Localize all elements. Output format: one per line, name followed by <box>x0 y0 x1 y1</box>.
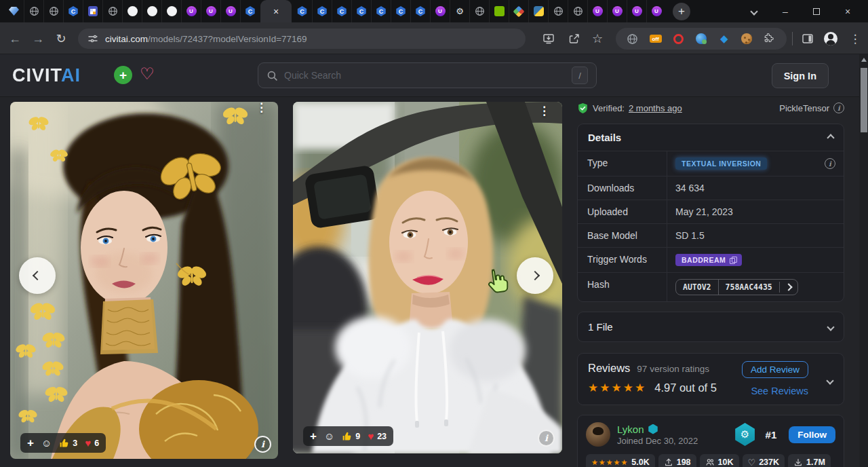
pinned-tab-civitai-icon[interactable]: C <box>292 0 312 22</box>
pinned-tab-civitai-icon[interactable]: C <box>332 0 351 22</box>
carousel-next-button[interactable] <box>517 257 553 294</box>
pinned-tab-civitai-icon[interactable]: C <box>410 0 430 22</box>
gallery-image-center[interactable]: ⋮ + ☺ 9 ♥ 23 i <box>293 102 562 453</box>
pinned-tab-github-icon[interactable] <box>122 0 142 22</box>
bookmark-star-icon[interactable]: ☆ <box>590 31 605 46</box>
restore-button[interactable] <box>811 6 822 17</box>
install-app-icon[interactable] <box>541 31 556 46</box>
hash-value[interactable]: 758AAC4435 <box>718 280 779 295</box>
creator-followers-stat[interactable]: 10K <box>700 454 739 467</box>
extension-vpn-off-icon[interactable]: off <box>649 32 663 45</box>
add-reaction-button[interactable]: + <box>310 430 317 443</box>
pinned-tab-purple-u-icon[interactable]: U <box>430 0 450 22</box>
file-format-info-icon[interactable]: i <box>833 102 844 113</box>
follow-button[interactable]: Follow <box>789 426 835 443</box>
pinned-tab-globe-icon[interactable] <box>568 0 587 22</box>
creator-uploads-stat[interactable]: 198 <box>658 454 696 467</box>
details-header[interactable]: Details <box>578 124 844 151</box>
new-tab-button[interactable]: + <box>673 3 690 20</box>
pinned-tab-purple-u-icon[interactable]: U <box>627 0 646 22</box>
side-panel-icon[interactable] <box>800 31 815 46</box>
creator-name-link[interactable]: Lykon <box>617 424 644 435</box>
copy-icon[interactable] <box>730 257 736 263</box>
profile-avatar-icon[interactable] <box>823 31 838 46</box>
emoji-reaction-icon[interactable]: ☺ <box>324 430 334 442</box>
gallery-image-left[interactable]: ⋮ + ☺ 3 ♥ 6 i <box>10 102 278 459</box>
pinned-tab-civitai-icon[interactable]: C <box>391 0 410 22</box>
scrollbar-thumb[interactable] <box>861 68 867 132</box>
address-bar[interactable]: civitai.com/models/72437?modelVersionId=… <box>78 29 526 49</box>
pinned-tab-calculator-icon[interactable] <box>83 0 102 22</box>
pinned-tab-purple-u-icon[interactable]: U <box>587 0 607 22</box>
pinned-tab-globe-icon[interactable] <box>24 0 43 22</box>
pinned-tab-globe-icon[interactable] <box>102 0 122 22</box>
extension-opera-icon[interactable] <box>671 32 685 45</box>
pinned-tab-purple-u-icon[interactable]: U <box>646 0 666 22</box>
pinned-tab-github-icon[interactable] <box>161 0 181 22</box>
image-menu-kebab-icon[interactable]: ⋮ <box>538 108 550 115</box>
hash-expand-chevron-icon[interactable] <box>779 282 797 293</box>
active-tab[interactable]: × <box>260 0 292 22</box>
files-accordion[interactable]: 1 File <box>577 312 844 342</box>
add-review-button[interactable]: Add Review <box>742 361 808 378</box>
image-info-button[interactable]: i <box>538 430 555 447</box>
image-menu-kebab-icon[interactable]: ⋮ <box>256 105 267 112</box>
hash-algo[interactable]: AUTOV2 <box>676 280 718 295</box>
creator-downloads-stat[interactable]: 1.7M <box>788 454 831 467</box>
emoji-reaction-icon[interactable]: ☺ <box>41 437 52 449</box>
pinned-tab-gem-icon[interactable] <box>4 0 24 22</box>
pinned-tab-multi-diamond-icon[interactable] <box>509 0 528 22</box>
page-scrollbar[interactable] <box>859 54 868 467</box>
type-info-icon[interactable]: i <box>825 158 835 169</box>
add-reaction-button[interactable]: + <box>27 436 34 450</box>
site-info-icon[interactable] <box>87 33 98 44</box>
extension-earth-icon[interactable] <box>694 32 708 45</box>
pinned-tab-purple-u-icon[interactable]: U <box>607 0 627 22</box>
pinned-tab-github-icon[interactable] <box>142 0 161 22</box>
sign-in-button[interactable]: Sign In <box>772 63 829 88</box>
carousel-prev-button[interactable] <box>19 257 56 294</box>
reload-button[interactable]: ↻ <box>53 31 69 47</box>
quick-search[interactable]: / <box>258 62 597 88</box>
pinned-tab-civitai-icon[interactable]: C <box>63 0 83 22</box>
extension-diamond-icon[interactable]: ◆ <box>717 32 731 45</box>
search-input[interactable] <box>284 70 566 81</box>
pinned-tab-globe-icon[interactable] <box>548 0 568 22</box>
civitai-logo[interactable]: CIVITAI <box>12 64 81 87</box>
collapse-chevron-icon[interactable] <box>827 134 834 141</box>
creator-rating-stat[interactable]: ★★★★★ 5.0K <box>586 454 655 467</box>
back-button[interactable]: ← <box>7 31 23 47</box>
pinned-tab-globe-icon[interactable] <box>469 0 489 22</box>
create-button[interactable]: + <box>114 66 132 84</box>
hash-pill[interactable]: AUTOV2 758AAC4435 <box>675 279 798 295</box>
share-icon[interactable] <box>567 31 582 46</box>
pinned-tab-purple-u-icon[interactable]: U <box>220 0 240 22</box>
pinned-tab-python-icon[interactable] <box>528 0 548 22</box>
support-heart-icon[interactable]: ♡ <box>140 64 155 83</box>
tab-search-chevron-icon[interactable] <box>749 6 760 17</box>
extension-globe-icon[interactable] <box>626 32 639 45</box>
heart-reaction[interactable]: ♥ 23 <box>368 430 387 442</box>
pinned-tab-civitai-icon[interactable]: C <box>351 0 371 22</box>
image-info-button[interactable]: i <box>254 436 271 453</box>
close-window-button[interactable]: × <box>842 6 853 17</box>
minimize-button[interactable]: – <box>780 6 791 17</box>
see-reviews-link[interactable]: See Reviews <box>751 386 808 396</box>
pinned-tab-purple-u-icon[interactable]: U <box>181 0 201 22</box>
extensions-puzzle-icon[interactable] <box>763 32 776 45</box>
pinned-tab-globe-icon[interactable] <box>43 0 63 22</box>
tab-close-icon[interactable]: × <box>273 7 279 16</box>
heart-reaction[interactable]: ♥ 6 <box>85 437 99 449</box>
pinned-tab-purple-u-icon[interactable]: U <box>201 0 220 22</box>
forward-button[interactable]: → <box>30 31 46 47</box>
verified-time-link[interactable]: 2 months ago <box>629 103 682 113</box>
trigger-word-badge[interactable]: BADDREAM <box>675 254 742 266</box>
pinned-tab-civitai-icon[interactable]: C <box>240 0 260 22</box>
thumbs-up-reaction[interactable]: 3 <box>59 438 77 448</box>
pinned-tab-gear-icon[interactable]: ⚙ <box>450 0 469 22</box>
expand-chevron-icon[interactable] <box>827 323 834 331</box>
scroll-up-arrow[interactable] <box>861 58 867 62</box>
extension-cookie-icon[interactable] <box>740 32 753 45</box>
pinned-tab-nvidia-icon[interactable] <box>489 0 509 22</box>
creator-likes-stat[interactable]: ♡ 237K <box>743 454 785 467</box>
